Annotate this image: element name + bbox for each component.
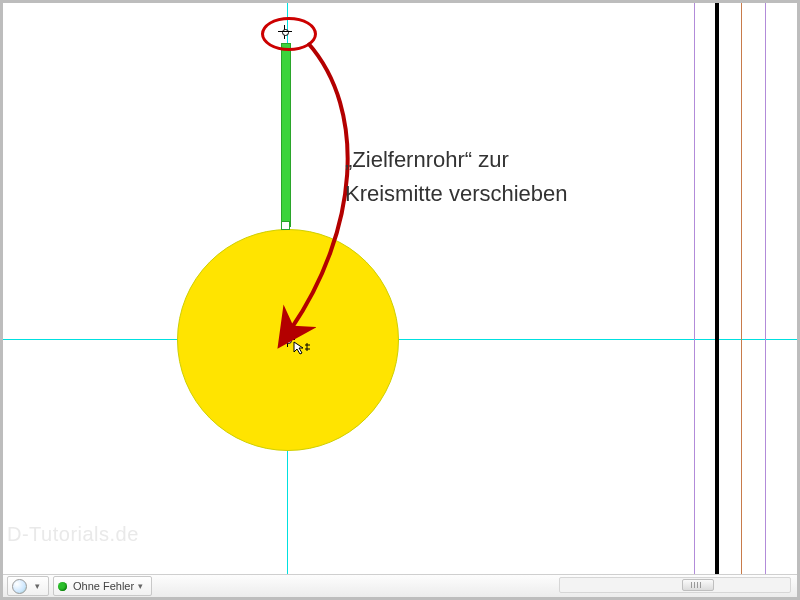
annotation-line2: Kreismitte verschieben [345,177,568,211]
dropdown-caret-icon: ▾ [35,581,40,591]
status-bar: ▾ Ohne Fehler ▾ [3,574,797,597]
horizontal-scrollbar[interactable] [559,577,791,593]
watermark-text: D-Tutorials.de [7,523,139,546]
guide-horizontal [3,339,797,340]
scrollbar-thumb[interactable] [682,579,714,591]
preflight-menu-button[interactable]: ▾ [7,576,49,596]
drawing-canvas[interactable]: „Zielfernrohr“ zur Kreismitte verschiebe… [3,3,797,575]
annotation-line1: „Zielfernrohr“ zur [345,143,568,177]
page-line-orange [741,3,742,575]
page-line-purple-left [694,3,695,575]
dropdown-caret-icon: ▾ [138,581,143,591]
page-line-purple-right [765,3,766,575]
status-dot-icon [58,582,67,591]
globe-icon [12,579,27,594]
error-status-button[interactable]: Ohne Fehler ▾ [53,576,152,596]
page-line-black [715,3,719,575]
annotation-text: „Zielfernrohr“ zur Kreismitte verschiebe… [345,143,568,211]
error-status-label: Ohne Fehler [73,580,134,592]
